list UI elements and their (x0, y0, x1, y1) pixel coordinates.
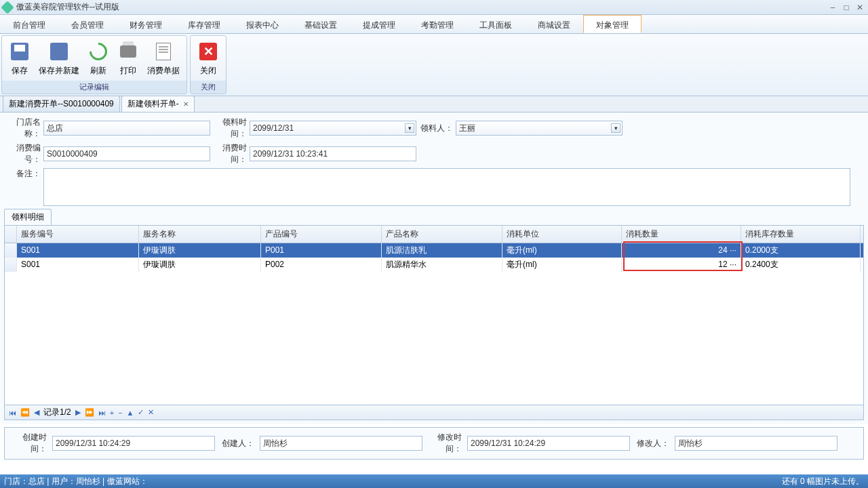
chevron-down-icon[interactable]: ▾ (611, 123, 620, 133)
col-product-name[interactable]: 产品名称 (382, 226, 502, 243)
grid-header: 服务编号 服务名称 产品编号 产品名称 消耗单位 消耗数量 消耗库存数量 (5, 226, 863, 243)
table-row[interactable]: S001伊璇调肤P001肌源洁肤乳毫升(ml)24 ···0.2000支 (5, 243, 863, 258)
footer-form: 创建时间： 2099/12/31 10:24:29 创建人： 周怡杉 修改时间：… (4, 427, 864, 460)
status-left: 门店：总店 | 用户：周怡杉 | 傲蓝网站： (4, 476, 148, 487)
billno-field[interactable]: S0010000409 (43, 146, 210, 161)
detail-tab[interactable]: 领料明细 (4, 209, 52, 225)
ribbon-group-caption: 关闭 (191, 81, 226, 94)
close-button[interactable]: ✕关闭 (193, 39, 223, 78)
save-button[interactable]: 保存 (5, 39, 35, 78)
document-tabs: 新建消费开单--S0010000409新建领料开单-✕ (0, 96, 868, 113)
refresh-button[interactable]: 刷新 (83, 39, 113, 78)
col-service-name[interactable]: 服务名称 (139, 226, 261, 243)
bill-icon (156, 43, 171, 60)
menu-item[interactable]: 工具面板 (467, 15, 525, 33)
picktime-label: 领料时间： (210, 117, 250, 140)
consumetime-field[interactable]: 2099/12/31 10:23:41 (250, 146, 416, 161)
form-area: 门店名称： 总店 领料时间： 2099/12/31▾ 领料人： 王丽▾ 消费编号… (0, 113, 868, 424)
document-tab[interactable]: 新建消费开单--S0010000409 (3, 96, 120, 112)
modified-label: 修改时间： (425, 432, 465, 455)
remarks-label: 备注： (4, 168, 43, 180)
nav-add[interactable]: + (110, 409, 114, 417)
tab-close-icon[interactable]: ✕ (183, 100, 189, 108)
menu-item[interactable]: 商城设置 (525, 15, 583, 33)
app-title: 傲蓝美容院管理软件--试用版 (16, 1, 825, 13)
menu-item[interactable]: 财务管理 (117, 15, 175, 33)
status-right: 还有 0 幅图片未上传。 (782, 476, 864, 487)
nav-edit[interactable]: ▲ (127, 409, 134, 417)
ribbon-group-caption: 记录编辑 (2, 81, 186, 94)
record-navigator: ⏮ ⏪ ◀ 记录1/2 ▶ ⏩ ⏭ + − ▲ ✓ ✕ (4, 405, 864, 420)
nav-first[interactable]: ⏮ (9, 409, 16, 417)
ribbon: 保存 保存并新建 刷新 打印 消费单据 记录编辑 ✕关闭 关闭 (0, 34, 868, 96)
print-button[interactable]: 打印 (113, 39, 143, 78)
save-new-button[interactable]: 保存并新建 (35, 39, 83, 78)
grid-body[interactable]: S001伊璇调肤P001肌源洁肤乳毫升(ml)24 ···0.2000支S001… (5, 243, 863, 405)
consumetime-label: 消费时间： (210, 142, 250, 165)
nav-prev[interactable]: ◀ (34, 408, 39, 417)
status-bar: 门店：总店 | 用户：周怡杉 | 傲蓝网站： 还有 0 幅图片未上传。 (0, 474, 868, 488)
picker-label: 领料人： (416, 123, 456, 134)
main-menu: 前台管理会员管理财务管理库存管理报表中心基础设置提成管理考勤管理工具面板商城设置… (0, 15, 868, 34)
nav-next[interactable]: ▶ (75, 408, 81, 417)
nav-record-text: 记录1/2 (43, 407, 71, 418)
nav-last[interactable]: ⏭ (98, 409, 106, 417)
col-service-no[interactable]: 服务编号 (17, 226, 139, 243)
nav-ok[interactable]: ✓ (138, 408, 144, 417)
print-icon (120, 45, 136, 58)
save-icon (11, 43, 28, 60)
menu-item[interactable]: 前台管理 (0, 15, 58, 33)
modified-field: 2099/12/31 10:24:29 (467, 436, 630, 451)
ribbon-group-edit: 保存 保存并新建 刷新 打印 消费单据 记录编辑 (1, 35, 187, 94)
app-logo-icon (1, 1, 14, 14)
col-product-no[interactable]: 产品编号 (261, 226, 382, 243)
remarks-field[interactable] (43, 168, 850, 206)
col-qty[interactable]: 消耗数量 (622, 226, 741, 243)
menu-item[interactable]: 报表中心 (233, 15, 292, 33)
nav-next-page[interactable]: ⏩ (85, 408, 94, 417)
modifier-label: 修改人： (633, 438, 672, 449)
created-label: 创建时间： (9, 432, 50, 455)
nav-remove[interactable]: − (118, 409, 122, 417)
menu-item[interactable]: 提成管理 (350, 15, 408, 33)
creator-label: 创建人： (218, 438, 257, 449)
consume-bill-button[interactable]: 消费单据 (143, 39, 184, 78)
save-new-icon (50, 43, 68, 60)
store-label: 门店名称： (4, 117, 43, 140)
col-unit[interactable]: 消耗单位 (502, 226, 622, 243)
ribbon-group-close: ✕关闭 关闭 (190, 35, 226, 94)
col-stock[interactable]: 消耗库存数量 (741, 226, 861, 243)
nav-cancel[interactable]: ✕ (148, 408, 154, 417)
menu-item[interactable]: 对象管理 (583, 15, 642, 33)
minimize-button[interactable]: – (827, 3, 838, 12)
refresh-icon (86, 39, 111, 64)
detail-grid: 服务编号 服务名称 产品编号 产品名称 消耗单位 消耗数量 消耗库存数量 S00… (4, 225, 864, 405)
close-icon: ✕ (199, 43, 217, 60)
modifier-field: 周怡杉 (675, 436, 837, 451)
menu-item[interactable]: 库存管理 (175, 15, 233, 33)
menu-item[interactable]: 基础设置 (292, 15, 350, 33)
billno-label: 消费编号： (4, 142, 43, 165)
menu-item[interactable]: 考勤管理 (408, 15, 467, 33)
document-tab[interactable]: 新建领料开单-✕ (121, 96, 195, 112)
picker-field[interactable]: 王丽▾ (456, 121, 623, 136)
chevron-down-icon[interactable]: ▾ (405, 123, 414, 133)
creator-field: 周怡杉 (260, 436, 422, 451)
store-field[interactable]: 总店 (43, 121, 210, 136)
picktime-field[interactable]: 2099/12/31▾ (250, 121, 416, 136)
restore-button[interactable]: □ (841, 3, 852, 12)
nav-prev-page[interactable]: ⏪ (20, 408, 30, 417)
menu-item[interactable]: 会员管理 (58, 15, 117, 33)
title-bar: 傲蓝美容院管理软件--试用版 – □ ✕ (0, 0, 868, 15)
table-row[interactable]: S001伊璇调肤P002肌源精华水毫升(ml)12 ···0.2400支 (5, 258, 863, 272)
close-window-button[interactable]: ✕ (854, 3, 865, 12)
created-field: 2099/12/31 10:24:29 (52, 436, 215, 451)
